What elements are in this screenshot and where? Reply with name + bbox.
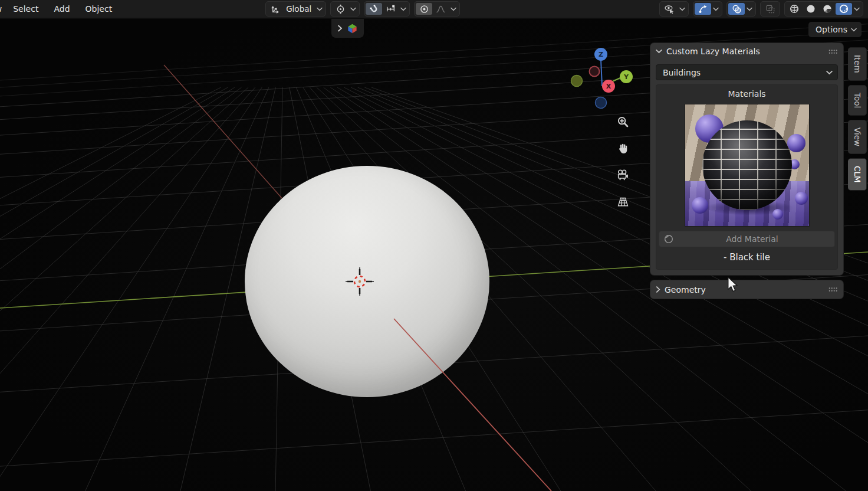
snap-group [364, 1, 410, 17]
falloff-curve-icon[interactable] [432, 3, 449, 15]
chevron-down-icon[interactable] [713, 7, 719, 11]
collection-breadcrumb[interactable] [331, 19, 364, 38]
gizmo-neg-y-ball [571, 76, 583, 87]
chevron-down-icon [851, 28, 857, 32]
chevron-down-icon[interactable] [451, 7, 456, 11]
options-label: Options [816, 25, 847, 34]
gizmos-icon[interactable] [695, 3, 711, 15]
materials-header: Materials [656, 85, 837, 101]
preview-purple-ball [795, 192, 808, 205]
clm-panel: Custom Lazy Materials Buildings Material… [650, 43, 843, 275]
overlays-icon[interactable] [728, 3, 745, 15]
svg-text:X: X [606, 83, 611, 90]
add-material-button[interactable]: Add Material [659, 231, 835, 247]
mouse-cursor [727, 277, 739, 292]
gizmos-group [693, 1, 722, 17]
chevron-down-icon[interactable] [317, 7, 323, 11]
chevron-right-icon [656, 286, 660, 293]
n-panel: Custom Lazy Materials Buildings Material… [650, 43, 843, 299]
camera-view-icon[interactable] [615, 167, 630, 182]
tab-tool[interactable]: Tool [848, 85, 867, 116]
chevron-down-icon [826, 70, 833, 75]
snap-target-icon[interactable] [382, 3, 399, 15]
navigation-gizmo[interactable]: Z Y X [560, 41, 637, 112]
tab-item[interactable]: Item [848, 47, 867, 81]
menu-view[interactable]: View [0, 0, 5, 18]
perspective-grid-icon[interactable] [615, 194, 630, 209]
snap-magnet-icon[interactable] [366, 3, 382, 15]
menu-select[interactable]: Select [5, 0, 46, 18]
sidebar-tabs: Item Tool View CLM [848, 47, 867, 191]
transform-orientation-icon [267, 3, 284, 15]
chevron-right-icon [337, 25, 343, 32]
material-ball-icon [663, 234, 674, 244]
chevron-down-icon[interactable] [747, 7, 752, 11]
menu-add[interactable]: Add [46, 0, 77, 18]
pivot-point-group [330, 1, 360, 17]
gizmo-neg-x-ball [590, 67, 600, 77]
tab-clm[interactable]: CLM [848, 158, 867, 191]
geometry-panel-header[interactable]: Geometry [650, 280, 843, 299]
object-visibility-group [659, 1, 689, 17]
viewport-header: View Select Add Object Global [0, 0, 868, 19]
svg-text:Z: Z [599, 51, 603, 58]
proportional-editing-icon[interactable] [416, 3, 432, 15]
mesh-data-icon [347, 23, 358, 34]
preview-purple-ball [772, 209, 783, 220]
svg-text:Y: Y [623, 73, 629, 81]
xray-icon[interactable] [762, 3, 778, 15]
clm-panel-header[interactable]: Custom Lazy Materials [650, 43, 843, 60]
overlays-group [726, 1, 756, 17]
menubar: View Select Add Object [0, 0, 120, 18]
materials-section: Materials Add [656, 84, 838, 270]
chevron-down-icon [656, 49, 662, 54]
pan-hand-icon[interactable] [615, 140, 630, 156]
transform-orientation-group: Global [265, 1, 326, 17]
shading-solid-icon[interactable] [803, 3, 819, 15]
preset-value: Buildings [663, 68, 826, 77]
add-material-label: Add Material [674, 234, 830, 244]
shading-rendered-icon[interactable] [836, 3, 852, 15]
viewport-controls [615, 114, 630, 209]
material-preview-image[interactable] [685, 104, 810, 227]
zoom-icon[interactable] [615, 114, 630, 129]
preview-purple-ball [692, 197, 708, 214]
options-button[interactable]: Options [808, 22, 862, 37]
preset-select[interactable]: Buildings [656, 64, 838, 80]
chevron-down-icon[interactable] [400, 7, 406, 11]
gizmo-neg-z-ball [596, 97, 607, 109]
chevron-down-icon[interactable] [854, 7, 860, 11]
shading-material-icon[interactable] [819, 3, 836, 15]
shading-wireframe-icon[interactable] [786, 3, 803, 15]
shading-group [784, 1, 863, 17]
grip-icon[interactable] [828, 287, 838, 292]
sphere-object[interactable] [245, 166, 489, 397]
show-object-types-icon[interactable] [661, 3, 678, 15]
material-list-item[interactable]: - Black tile [656, 247, 837, 264]
blender-window: View Select Add Object Global [0, 0, 868, 491]
tab-view[interactable]: View [848, 120, 867, 154]
geometry-title: Geometry [665, 285, 824, 294]
grip-icon[interactable] [828, 49, 838, 54]
chevron-down-icon[interactable] [350, 7, 356, 11]
proportional-editing-group [414, 1, 460, 17]
chevron-down-icon[interactable] [679, 7, 685, 11]
orientation-value[interactable]: Global [284, 4, 315, 14]
menu-object[interactable]: Object [78, 0, 120, 18]
preview-purple-ball [787, 134, 805, 152]
pivot-point-icon[interactable] [332, 3, 348, 15]
preview-brick-sphere [702, 120, 792, 210]
xray-group [760, 1, 780, 17]
panel-title: Custom Lazy Materials [666, 47, 824, 56]
